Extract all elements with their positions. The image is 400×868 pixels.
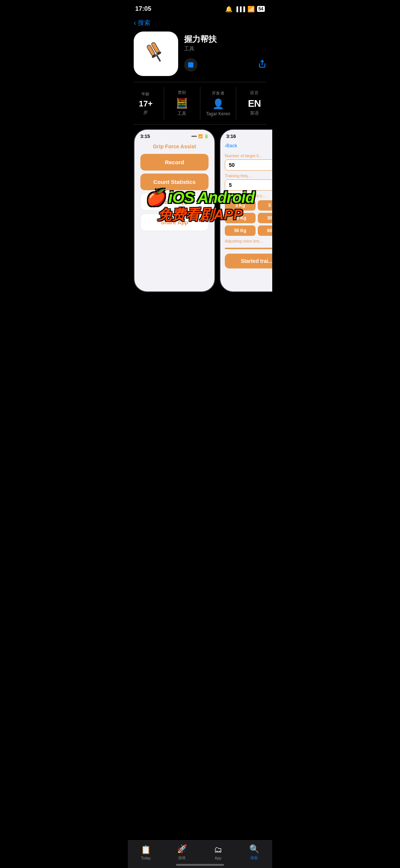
- weight-5kg: 5 Kg: [258, 200, 272, 211]
- stat-age: 年龄 17+ 岁: [128, 87, 164, 120]
- grip-app-title: Grip Force Assist: [134, 141, 214, 151]
- stat-age-value: 17+: [139, 99, 153, 109]
- about-app-button: About App: [140, 193, 209, 211]
- back-arrow-icon: ‹: [134, 19, 136, 27]
- app-info: 握力帮扶 工具: [184, 32, 266, 72]
- weight-30kg: 30 Kg: [258, 213, 272, 223]
- voice-label: Adjusting voice bro...: [225, 239, 272, 243]
- stat-language: 语言 EN 英语: [236, 87, 272, 120]
- app-name: 握力帮扶: [184, 34, 266, 44]
- app-subtitle: 工具: [184, 46, 266, 52]
- slider-track: [225, 248, 272, 249]
- left-signal-icon: ••••: [191, 134, 197, 138]
- stat-language-label: 语言: [250, 90, 259, 96]
- left-wifi-icon: 📶: [198, 134, 203, 138]
- stat-language-sub: 英语: [250, 110, 259, 116]
- left-phone-icons: •••• 📶 🔋: [191, 134, 209, 138]
- right-back-label: Back: [226, 143, 237, 148]
- stat-age-sub: 岁: [143, 109, 148, 116]
- share-app-button: Share App: [140, 214, 209, 231]
- svg-line-4: [157, 56, 160, 61]
- stat-developer-name: Tagar Keren: [206, 111, 230, 116]
- status-bar: 17:05 🔔 ▐▐▐ 📶 54: [128, 0, 272, 16]
- weight-label: Choose the weight o...: [225, 194, 272, 198]
- app-actions: [184, 58, 266, 72]
- wifi-icon: 📶: [247, 6, 255, 13]
- battery-indicator: 54: [257, 6, 265, 12]
- start-training-button: Started trai...: [225, 254, 272, 268]
- stat-category-sub: 工具: [177, 110, 186, 117]
- install-button[interactable]: [184, 58, 197, 72]
- screenshot-left: 3:15 •••• 📶 🔋 Grip Force Assist Record C…: [134, 129, 215, 292]
- stop-icon: [188, 62, 193, 67]
- stat-category-label: 类别: [178, 90, 186, 95]
- stat-age-label: 年龄: [141, 91, 150, 97]
- left-phone-status: 3:15 •••• 📶 🔋: [134, 130, 214, 141]
- status-time: 17:05: [135, 5, 151, 13]
- screenshots-area: 3:15 •••• 📶 🔋 Grip Force Assist Record C…: [128, 125, 272, 297]
- stat-language-value: EN: [248, 98, 261, 109]
- screenshot-right: 3:16 🔋 ‹ Back Number of target ti... 50 …: [220, 129, 272, 292]
- right-phone-status: 3:16 🔋: [220, 130, 272, 141]
- voice-slider: [225, 248, 272, 249]
- weight-50kg: 50 Kg: [225, 225, 256, 236]
- record-button: Record: [140, 154, 209, 171]
- weight-60kg: 60 Kg: [258, 225, 272, 236]
- share-button[interactable]: [258, 60, 266, 70]
- target-time-label: Number of target ti...: [225, 154, 272, 158]
- calculator-icon: 🧮: [176, 98, 188, 109]
- count-statistics-button: Count Statistics: [140, 174, 209, 190]
- mute-icon: 🔔: [225, 6, 233, 13]
- signal-icon: ▐▐▐: [235, 6, 245, 12]
- stat-category: 类别 🧮 工具: [164, 87, 200, 120]
- weight-grid: 3 Kg 5 Kg 20 Kg 30 Kg 50 Kg 60 Kg: [225, 200, 272, 236]
- left-battery-icon: 🔋: [204, 134, 209, 138]
- screenshots-scroll[interactable]: 3:15 •••• 📶 🔋 Grip Force Assist Record C…: [128, 125, 272, 297]
- app-header: 握力帮扶 工具: [128, 32, 272, 82]
- nav-back-button[interactable]: ‹ 搜索: [128, 16, 272, 32]
- training-freq-label: Training freq...: [225, 174, 272, 178]
- left-phone-time: 3:15: [140, 133, 150, 139]
- target-time-value: 50: [225, 159, 272, 171]
- app-icon: [134, 32, 178, 76]
- weight-3kg: 3 Kg: [225, 200, 256, 211]
- weight-20kg: 20 Kg: [225, 213, 256, 223]
- status-icons: 🔔 ▐▐▐ 📶 54: [225, 6, 265, 13]
- right-back-nav: ‹ Back: [225, 141, 272, 151]
- stat-developer-label: 开发者: [212, 90, 225, 96]
- right-phone-content: ‹ Back Number of target ti... 50 Trainin…: [220, 141, 272, 268]
- developer-icon: 👤: [212, 98, 224, 110]
- training-freq-value: 5: [225, 179, 272, 191]
- nav-back-label: 搜索: [138, 19, 150, 27]
- stat-developer: 开发者 👤 Tagar Keren: [200, 87, 237, 120]
- right-phone-time: 3:16: [226, 133, 236, 139]
- stats-row: 年龄 17+ 岁 类别 🧮 工具 开发者 👤 Tagar Keren 语言 EN…: [128, 82, 272, 124]
